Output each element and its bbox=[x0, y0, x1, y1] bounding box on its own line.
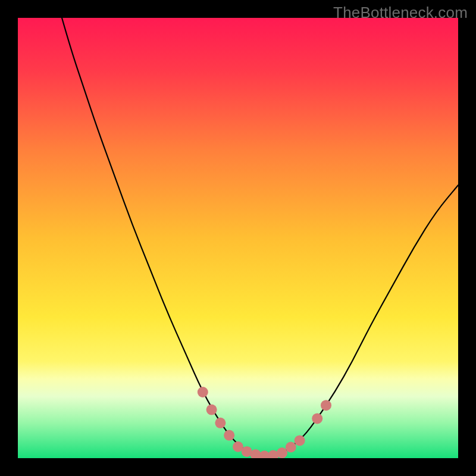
watermark-label: TheBottleneck.com bbox=[333, 4, 468, 22]
curve-marker bbox=[215, 418, 226, 428]
curve-marker bbox=[198, 387, 208, 397]
curve-marker bbox=[312, 413, 322, 424]
curve-marker bbox=[277, 447, 287, 458]
curve-marker bbox=[224, 430, 234, 441]
chart-stage: TheBottleneck.com bbox=[0, 0, 476, 476]
curve-marker bbox=[321, 400, 331, 411]
plot-area bbox=[18, 18, 458, 458]
curve-marker bbox=[206, 405, 217, 415]
curve-marker bbox=[295, 435, 305, 446]
curve-markers bbox=[198, 387, 331, 458]
bottleneck-curve bbox=[18, 18, 458, 458]
curve-marker bbox=[286, 442, 296, 453]
curve-line bbox=[62, 18, 458, 456]
